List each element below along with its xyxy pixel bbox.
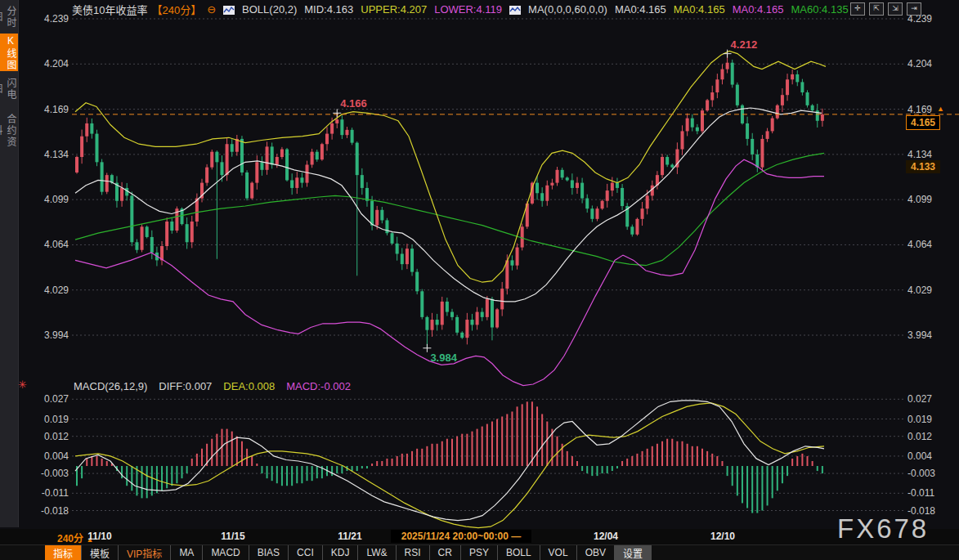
macd-value: MACD:-0.002 (286, 380, 351, 392)
header-bar: 美债10年收益率 【240分】 ⊖ BOLL(20,2) MID:4.163 U… (72, 2, 864, 16)
y-tick-label: 4.099 (907, 194, 932, 205)
collapse-icon[interactable]: ⊖ (207, 3, 216, 16)
toolbar-item-MACD[interactable]: MACD (203, 545, 249, 560)
x-tick-label: 11/15 (221, 531, 244, 542)
y-tick-label: 4.169 (44, 104, 69, 115)
y-axis-left: 4.2394.2044.1694.1344.0994.0644.0293.994… (25, 0, 69, 560)
ma0-magenta-value: MA0:4.165 (733, 3, 784, 16)
y-tick-label: -0.011 (907, 487, 934, 499)
toolbar-item-模板[interactable]: 模板 (82, 545, 119, 560)
y-tick-label: 4.064 (907, 239, 932, 250)
y-tick-label: -0.003 (41, 468, 69, 479)
toolbar-item-VIP指标[interactable]: VIP指标 (119, 545, 171, 560)
toolbar-item-PSY[interactable]: PSY (461, 545, 498, 560)
macd-dea-value: DEA:0.008 (223, 380, 275, 392)
y-tick-label: 0.004 (907, 450, 932, 462)
y-tick-label: 4.029 (44, 284, 69, 296)
toolbar-item-BIAS[interactable]: BIAS (249, 545, 289, 560)
y-tick-label: 0.019 (44, 414, 69, 425)
crosshair-icon[interactable]: ✛ (850, 2, 865, 16)
bottom-toolbar: 指标模板VIP指标MAMACDBIASCCIKDJLW&RSICRPSYBOLL… (0, 544, 959, 560)
candlestick-chart[interactable]: 4.1664.2123.984 (0, 0, 959, 560)
y-tick-label: 4.029 (907, 284, 932, 296)
y-tick-label: 0.012 (44, 431, 69, 442)
toolbar-item-OBV[interactable]: OBV (577, 545, 615, 560)
toolbar-item-MA[interactable]: MA (171, 545, 203, 560)
window-controls: ✛⇱⇲⇥ (850, 2, 921, 16)
price-tag-arrow-icon: ▲ (937, 105, 944, 113)
settle-price-tag: 4.133 (906, 160, 940, 173)
y-tick-label: 0.027 (907, 393, 932, 405)
toolbar-item-LW&[interactable]: LW& (358, 545, 396, 560)
y-tick-label: 3.994 (907, 329, 932, 341)
y-tick-label: 4.239 (44, 13, 69, 25)
macd-label: MACD(26,12,9) (74, 380, 147, 392)
toolbar-item-设置[interactable]: 设置 (615, 545, 652, 560)
watermark: FX678 (837, 513, 929, 544)
y-tick-label: 3.994 (44, 329, 69, 341)
scale-vertical-icon[interactable]: ⇱ (869, 2, 884, 16)
x-tick-label: 12/04 (594, 531, 618, 542)
macd-header: MACD(26,12,9) DIFF:0.007 DEA:0.008 MACD:… (74, 380, 351, 392)
boll-mid-value: MID:4.163 (304, 3, 353, 16)
toolbar-item-KDJ[interactable]: KDJ (323, 545, 359, 560)
y-tick-label: 0.004 (44, 450, 69, 462)
toolbar-item-CCI[interactable]: CCI (289, 545, 323, 560)
y-tick-label: -0.003 (907, 468, 935, 479)
y-axis-right: 4.2394.2044.1694.1344.0994.0644.0293.994… (907, 0, 958, 560)
y-tick-label: 4.134 (907, 149, 932, 160)
svg-text:3.984: 3.984 (430, 352, 457, 364)
y-tick-label: 4.064 (44, 239, 69, 250)
toolbar-item-RSI[interactable]: RSI (397, 545, 430, 560)
indicator-thumbnail-icon[interactable] (509, 5, 521, 14)
page-title: 美债10年收益率 (72, 2, 147, 17)
svg-text:4.212: 4.212 (731, 38, 758, 51)
y-tick-label: 4.134 (44, 149, 69, 160)
boll-upper-value: UPPER:4.207 (361, 3, 427, 16)
date-range-highlight: 2025/11/24 20:00~00:00 — (391, 530, 531, 543)
svg-text:4.166: 4.166 (340, 97, 367, 110)
current-price-tag: 4.165 (906, 115, 940, 130)
scale-horizontal-icon[interactable]: ⇲ (888, 2, 903, 16)
ma0-yellow-value: MA0:4.165 (674, 3, 725, 16)
x-axis-row: 240分 ▲ 2025/11/24 20:00~00:00 — 11/1011/… (0, 529, 959, 544)
y-tick-label: -0.018 (41, 505, 69, 517)
x-tick-label: 11/10 (87, 531, 111, 542)
y-tick-label: 0.019 (907, 414, 932, 425)
timeframe-label: 【240分】 (151, 2, 201, 17)
macd-diff-value: DIFF:0.007 (159, 380, 212, 392)
y-tick-label: -0.011 (42, 487, 69, 499)
x-tick-label: 11/21 (338, 531, 361, 542)
toolbar-item-BOLL[interactable]: BOLL (498, 545, 540, 560)
y-tick-label: 4.204 (907, 58, 932, 69)
boll-lower-value: LOWER:4.119 (434, 3, 502, 16)
macd-marker-icon: ✳ (18, 379, 27, 391)
y-tick-label: 0.012 (907, 431, 932, 442)
ma0-white-value: MA0:4.165 (615, 3, 666, 16)
chart-window: 4.1664.2123.984 分时图 K线图 闪电图 合约资料 美债10年收益… (0, 0, 959, 560)
ma60-value: MA60:4.135 (791, 3, 849, 16)
ma-label: MA(0,0,0,60,0,0) (528, 3, 607, 16)
jump-latest-icon[interactable]: ⇥ (907, 2, 921, 16)
y-tick-label: 4.169 (907, 104, 932, 115)
toolbar-item-VOL[interactable]: VOL (540, 545, 577, 560)
y-tick-label: 4.204 (44, 58, 69, 69)
toolbar-item-指标[interactable]: 指标 (45, 545, 82, 560)
toolbar-item-CR[interactable]: CR (430, 545, 461, 560)
y-tick-label: 0.027 (44, 393, 69, 405)
y-tick-label: 4.099 (44, 194, 69, 205)
x-tick-label: 12/10 (710, 531, 735, 542)
indicator-thumbnail-icon[interactable] (223, 5, 235, 14)
boll-label: BOLL(20,2) (242, 3, 297, 16)
